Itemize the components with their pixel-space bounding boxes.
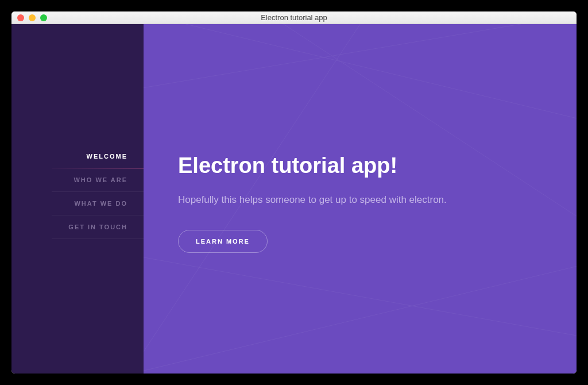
sidebar-item-label: WHAT WE DO	[74, 200, 127, 207]
sidebar-item-label: WELCOME	[87, 153, 127, 160]
hero-title: Electron tutorial app!	[178, 153, 542, 178]
app-window: Electron tutorial app WELCOME WHO WE ARE…	[11, 11, 577, 374]
sidebar-item-get-in-touch[interactable]: GET IN TOUCH	[52, 215, 144, 239]
svg-line-0	[144, 24, 577, 93]
sidebar-item-who-we-are[interactable]: WHO WE ARE	[52, 168, 144, 192]
close-icon[interactable]	[17, 14, 24, 21]
sidebar-item-label: WHO WE ARE	[74, 176, 127, 183]
sidebar-item-what-we-do[interactable]: WHAT WE DO	[52, 192, 144, 215]
main-content: Electron tutorial app! Hopefully this he…	[144, 24, 577, 374]
learn-more-button[interactable]: LEARN MORE	[178, 230, 268, 253]
maximize-icon[interactable]	[40, 14, 47, 21]
minimize-icon[interactable]	[29, 14, 36, 21]
app-content: WELCOME WHO WE ARE WHAT WE DO GET IN TOU…	[11, 24, 577, 374]
sidebar: WELCOME WHO WE ARE WHAT WE DO GET IN TOU…	[11, 24, 144, 374]
title-bar: Electron tutorial app	[11, 11, 577, 24]
svg-line-3	[144, 252, 577, 338]
cta-label: LEARN MORE	[196, 238, 250, 245]
hero-subtitle: Hopefully this helps someone to get up t…	[178, 194, 542, 206]
sidebar-item-label: GET IN TOUCH	[68, 224, 127, 230]
svg-line-1	[144, 24, 577, 121]
window-title: Electron tutorial app	[11, 13, 577, 22]
svg-line-4	[144, 264, 577, 372]
sidebar-item-welcome[interactable]: WELCOME	[52, 145, 144, 168]
traffic-lights	[11, 14, 47, 21]
